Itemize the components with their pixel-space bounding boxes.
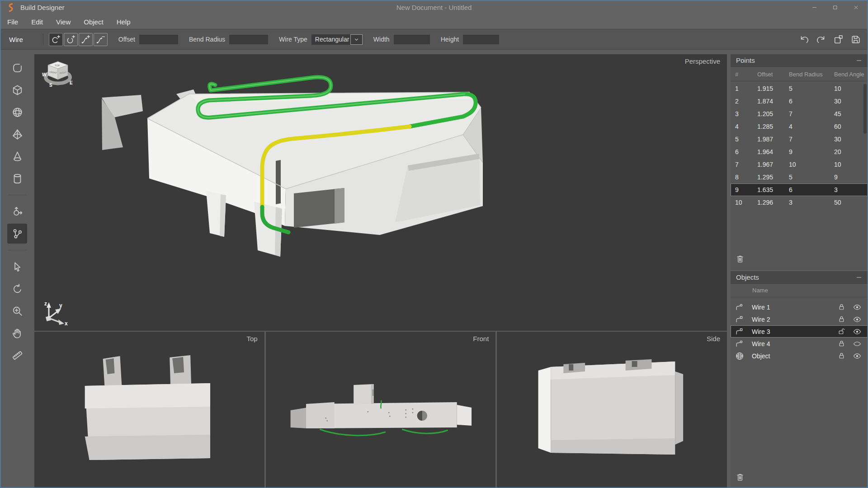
- app-title: Build Designer: [20, 4, 65, 11]
- sidebar-rotate-view-tool[interactable]: [7, 279, 27, 299]
- object-row-object[interactable]: Object: [731, 350, 868, 362]
- maximize-button[interactable]: [825, 0, 845, 15]
- point-row-1[interactable]: 11.915510: [731, 82, 868, 95]
- sidebar-wire-tool[interactable]: [7, 224, 27, 244]
- points-scrollbar[interactable]: [863, 84, 867, 134]
- point-row-3[interactable]: 31.205745: [731, 108, 868, 120]
- lock-icon[interactable]: [837, 352, 846, 360]
- close-button[interactable]: [845, 0, 866, 15]
- visibility-on-icon[interactable]: [853, 327, 862, 336]
- sidebar-cone-tool[interactable]: [7, 146, 27, 166]
- window-controls: [804, 0, 866, 15]
- wire-add-bend-button[interactable]: [49, 33, 63, 46]
- document-title: New Document - Untitled: [0, 4, 868, 11]
- point-row-7[interactable]: 71.9671010: [731, 158, 868, 171]
- sidebar-box-tool[interactable]: [7, 80, 27, 100]
- sidebar-measure-tool[interactable]: [7, 345, 27, 365]
- point-offset: 1.874: [757, 98, 773, 105]
- visibility-on-icon[interactable]: [853, 352, 862, 361]
- view-cube[interactable]: W S E TOP FRONT RIGHT: [41, 59, 76, 89]
- menu-view[interactable]: View: [56, 18, 71, 26]
- app-logo-icon: [6, 3, 16, 13]
- visibility-off-icon[interactable]: [853, 339, 862, 348]
- point-bend-radius: 3: [789, 199, 793, 206]
- sidebar-transform-tool[interactable]: [7, 202, 27, 221]
- point-bend-radius: 10: [789, 161, 796, 168]
- objects-delete-button[interactable]: [735, 472, 745, 483]
- points-delete-button[interactable]: [735, 253, 745, 264]
- point-number: 3: [735, 110, 739, 117]
- sidebar-pan-tool[interactable]: [7, 323, 27, 343]
- viewport-top[interactable]: Top: [34, 332, 264, 488]
- lock-icon[interactable]: [837, 339, 846, 348]
- unlock-icon[interactable]: [837, 327, 846, 336]
- point-row-6[interactable]: 61.964920: [731, 145, 868, 158]
- point-bend-radius: 5: [789, 85, 793, 92]
- wire-remove-point-button[interactable]: [94, 33, 108, 46]
- chevron-down-icon[interactable]: [350, 34, 363, 45]
- point-row-4[interactable]: 41.285460: [731, 120, 868, 133]
- lock-icon[interactable]: [837, 303, 846, 311]
- bend-radius-input[interactable]: [229, 35, 268, 44]
- width-input[interactable]: [394, 35, 430, 44]
- wire-icon: [11, 228, 24, 240]
- wire-add-arc-button[interactable]: [64, 33, 78, 46]
- wire-tool-buttons: [49, 33, 108, 46]
- point-row-10[interactable]: 101.296350: [731, 196, 868, 209]
- point-bend-angle: 9: [834, 174, 838, 181]
- viewcube-top-face-label[interactable]: TOP: [55, 64, 60, 67]
- perspective-scene: [34, 54, 727, 331]
- save-button[interactable]: [850, 34, 861, 45]
- wire-type-select[interactable]: Rectangular: [311, 34, 363, 45]
- viewcube-south-label[interactable]: S: [49, 83, 52, 88]
- viewcube-west-label[interactable]: W: [42, 72, 47, 77]
- menu-help[interactable]: Help: [117, 18, 131, 26]
- object-row-wire-2[interactable]: Wire 2: [731, 313, 868, 325]
- sidebar-sphere-tool[interactable]: [7, 102, 27, 122]
- wire-plus-icon: [81, 35, 90, 44]
- menu-edit[interactable]: Edit: [31, 18, 43, 26]
- object-row-wire-1[interactable]: Wire 1: [731, 301, 868, 313]
- minimize-button[interactable]: [804, 0, 825, 15]
- points-panel-header: Points: [731, 54, 868, 67]
- point-bend-angle: 30: [834, 136, 841, 143]
- height-input[interactable]: [463, 35, 499, 44]
- viewcube-east-label[interactable]: E: [70, 80, 73, 85]
- point-row-9[interactable]: 91.63563: [731, 183, 868, 196]
- sidebar-pyramid-tool[interactable]: [7, 124, 27, 144]
- viewport-side[interactable]: Side: [497, 332, 727, 488]
- visibility-on-icon[interactable]: [853, 303, 862, 312]
- undo-button[interactable]: [799, 34, 809, 45]
- col-number: #: [735, 71, 738, 78]
- point-row-8[interactable]: 81.29559: [731, 171, 868, 183]
- viewport-perspective[interactable]: W S E TOP FRONT RIGHT: [34, 54, 727, 331]
- viewport-front[interactable]: Front: [266, 332, 496, 488]
- point-bend-angle: 20: [834, 148, 841, 155]
- menu-file[interactable]: File: [7, 18, 18, 26]
- object-row-wire-3[interactable]: Wire 3: [731, 325, 868, 338]
- object-name: Wire 1: [752, 304, 770, 311]
- pan-icon: [11, 327, 24, 339]
- objects-collapse-button[interactable]: [855, 274, 863, 281]
- lock-icon[interactable]: [837, 315, 846, 324]
- menu-object[interactable]: Object: [84, 18, 103, 26]
- wire-square-icon: [735, 314, 745, 324]
- point-row-5[interactable]: 51.987730: [731, 133, 868, 145]
- sidebar-spline-tool[interactable]: [7, 58, 27, 78]
- export-button[interactable]: [833, 34, 844, 45]
- point-number: 6: [735, 148, 739, 155]
- sidebar-zoom-tool[interactable]: [7, 301, 27, 321]
- point-offset: 1.295: [757, 174, 773, 181]
- wire-add-point-button[interactable]: [79, 33, 93, 46]
- axis-triad: z y x: [40, 300, 69, 326]
- sidebar-select-tool[interactable]: [7, 257, 27, 277]
- visibility-on-icon[interactable]: [853, 315, 862, 324]
- spline-icon: [11, 62, 24, 74]
- points-panel: Points # Offset Bend Radius Bend Angle 1…: [731, 54, 868, 270]
- offset-input[interactable]: [139, 35, 178, 44]
- object-row-wire-4[interactable]: Wire 4: [731, 338, 868, 350]
- sidebar-cylinder-tool[interactable]: [7, 169, 27, 188]
- redo-button[interactable]: [816, 34, 826, 45]
- points-collapse-button[interactable]: [855, 57, 863, 64]
- point-row-2[interactable]: 21.874630: [731, 95, 868, 108]
